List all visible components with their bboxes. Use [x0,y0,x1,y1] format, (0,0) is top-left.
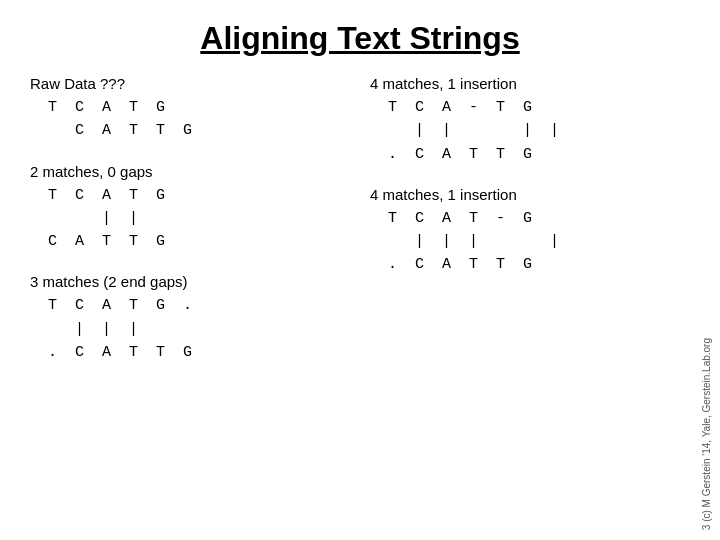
raw-seq1: T C A T G [30,96,370,119]
title: Aligning Text Strings [0,0,720,75]
block2-label: 3 matches (2 end gaps) [30,273,370,290]
right-column: 4 matches, 1 insertion T C A - T G | | |… [370,75,670,384]
block3-line2: | | | | [370,119,670,142]
block3-label: 4 matches, 1 insertion [370,75,670,92]
block4-line2: | | | | [370,230,670,253]
block1-label: 2 matches, 0 gaps [30,163,370,180]
block4-line3: . C A T T G [370,253,670,276]
block3: 4 matches, 1 insertion T C A - T G | | |… [370,75,670,166]
raw-data-label: Raw Data ??? [30,75,370,92]
block2-line2: | | | [30,318,370,341]
left-column: Raw Data ??? T C A T G C A T T G 2 match… [30,75,370,384]
watermark: 3 (c) M Gerstein '14, Yale, Gerstein.Lab… [701,338,712,530]
block1-line2: | | [30,207,370,230]
block2-line3: . C A T T G [30,341,370,364]
raw-data-block: Raw Data ??? T C A T G C A T T G [30,75,370,143]
block2: 3 matches (2 end gaps) T C A T G . | | |… [30,273,370,364]
block4-label: 4 matches, 1 insertion [370,186,670,203]
block3-line1: T C A - T G [370,96,670,119]
block4-line1: T C A T - G [370,207,670,230]
block1: 2 matches, 0 gaps T C A T G | | C A T T … [30,163,370,254]
block1-line3: C A T T G [30,230,370,253]
block1-line1: T C A T G [30,184,370,207]
block2-line1: T C A T G . [30,294,370,317]
block4: 4 matches, 1 insertion T C A T - G | | |… [370,186,670,277]
block3-line3: . C A T T G [370,143,670,166]
raw-seq2: C A T T G [30,119,370,142]
